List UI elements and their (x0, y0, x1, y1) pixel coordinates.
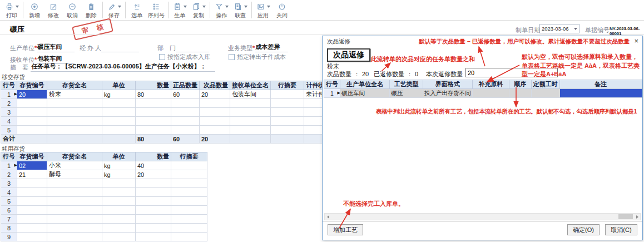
checkbox-icon[interactable] (229, 54, 235, 60)
doc-date-select[interactable]: 2023-03-06 (539, 24, 579, 33)
cell[interactable] (17, 224, 47, 233)
cell[interactable] (102, 179, 136, 188)
cell[interactable] (47, 206, 102, 215)
dropdown-arrow-icon[interactable] (184, 6, 187, 8)
cell[interactable] (171, 170, 207, 179)
cell[interactable] (17, 188, 47, 197)
cell[interactable] (47, 215, 102, 224)
scroll-left-icon[interactable] (325, 214, 331, 220)
toolbar-button-save[interactable]: 保存 (105, 1, 123, 20)
cell[interactable] (102, 117, 136, 126)
cell[interactable] (47, 108, 102, 117)
row-number-cell[interactable]: 3 (1, 179, 17, 188)
cell[interactable] (509, 89, 532, 98)
cancel-button[interactable]: 取消(C) (605, 224, 637, 235)
cell[interactable] (136, 197, 171, 206)
field-handler[interactable]: 经 办 人 (80, 42, 139, 52)
cell[interactable]: kg (102, 170, 136, 179)
toolbar-button-modify[interactable]: 修改 (44, 1, 63, 20)
table-row[interactable]: 9 (1, 233, 207, 241)
cell[interactable] (230, 126, 271, 135)
table-row[interactable]: 221酵母kg20 (1, 170, 207, 179)
cell[interactable] (136, 99, 171, 108)
table-row[interactable]: 5 (1, 197, 207, 206)
table-row[interactable]: 7 (1, 215, 207, 224)
cell[interactable] (230, 117, 271, 126)
scrollbar-thumb[interactable] (618, 214, 633, 219)
toolbar-button-operate[interactable]: 操作 (212, 1, 231, 20)
table-row[interactable]: 1▶20粉末kg806020包装车间未计件 (1, 90, 333, 99)
cell[interactable] (17, 108, 47, 117)
cell[interactable]: 粉末 (47, 90, 102, 99)
cell[interactable]: 酵母 (47, 170, 102, 179)
cell[interactable] (171, 108, 200, 117)
checkbox-icon[interactable] (159, 54, 165, 60)
dropdown-arrow-icon[interactable] (202, 6, 206, 8)
table-row[interactable]: 3 (1, 179, 207, 188)
cell[interactable]: 80 (136, 90, 171, 99)
row-number-cell[interactable]: 8 (1, 224, 17, 233)
row-number-cell[interactable]: 5 (1, 126, 17, 135)
cell[interactable] (136, 188, 171, 197)
row-number-cell[interactable]: 7 (1, 215, 17, 224)
toolbar-button-serial-number[interactable]: 序列号 (146, 1, 166, 20)
cell[interactable] (102, 197, 136, 206)
cell[interactable] (559, 89, 642, 98)
cell[interactable] (17, 215, 47, 224)
cell[interactable]: 碾压车间 (340, 89, 390, 98)
toolbar-button-copy[interactable]: 复制 (189, 1, 208, 20)
cell[interactable]: 20 (17, 90, 47, 99)
cell[interactable] (136, 117, 171, 126)
cell[interactable] (200, 108, 230, 117)
toolbar-button-link-query[interactable]: 联查 (231, 1, 250, 20)
cell[interactable] (47, 179, 102, 188)
table-row[interactable]: 3 (1, 108, 333, 117)
cell[interactable]: 40 (136, 161, 171, 170)
cell[interactable] (47, 233, 102, 241)
table-row[interactable]: 4 (1, 117, 333, 126)
dropdown-arrow-icon[interactable] (267, 6, 270, 8)
cell[interactable] (171, 117, 200, 126)
checkbox-specified-cost[interactable]: 按指定成本入库 (159, 53, 210, 61)
toolbar-button-cancel[interactable]: 取消 (63, 1, 82, 20)
cell[interactable] (17, 197, 47, 206)
toolbar-button-select-order[interactable]: 选单 (127, 1, 146, 20)
row-number-cell[interactable]: 6 (1, 206, 17, 215)
cell[interactable] (230, 108, 271, 117)
toolbar-button-delete[interactable]: 删除 (82, 1, 101, 20)
cell[interactable] (171, 99, 200, 108)
cell[interactable] (102, 126, 136, 135)
cell[interactable] (200, 126, 230, 135)
row-number-cell[interactable]: 5 (1, 197, 17, 206)
cell[interactable] (271, 108, 304, 117)
cell[interactable] (271, 99, 304, 108)
dropdown-arrow-icon[interactable] (244, 6, 247, 8)
cell[interactable]: 20 (136, 170, 171, 179)
cell[interactable] (171, 206, 207, 215)
toolbar-button-new[interactable]: 新增 (25, 1, 44, 20)
table-row[interactable]: 5 (1, 126, 333, 135)
cell[interactable] (171, 188, 207, 197)
add-process-button[interactable]: 增加工艺 (328, 224, 363, 235)
cell[interactable] (17, 126, 47, 135)
cell[interactable] (102, 206, 136, 215)
cell[interactable] (102, 224, 136, 233)
cell[interactable] (271, 90, 304, 99)
table-row[interactable]: 6 (1, 206, 207, 215)
cell[interactable] (271, 126, 304, 135)
cell[interactable] (47, 197, 102, 206)
cell[interactable]: 20 (200, 90, 230, 99)
close-icon[interactable]: × (634, 37, 638, 46)
cell[interactable] (136, 108, 171, 117)
field-biz-type[interactable]: 业务类型*成本差异 (228, 42, 288, 52)
cell[interactable] (171, 215, 207, 224)
cell[interactable] (171, 179, 207, 188)
cell[interactable]: kg (102, 161, 136, 170)
cell[interactable] (171, 224, 207, 233)
cell[interactable] (271, 117, 304, 126)
cell[interactable] (17, 99, 47, 108)
cell[interactable]: kg (102, 90, 136, 99)
cell[interactable] (102, 99, 136, 108)
cell[interactable]: 60 (171, 90, 200, 99)
cell[interactable] (136, 224, 171, 233)
